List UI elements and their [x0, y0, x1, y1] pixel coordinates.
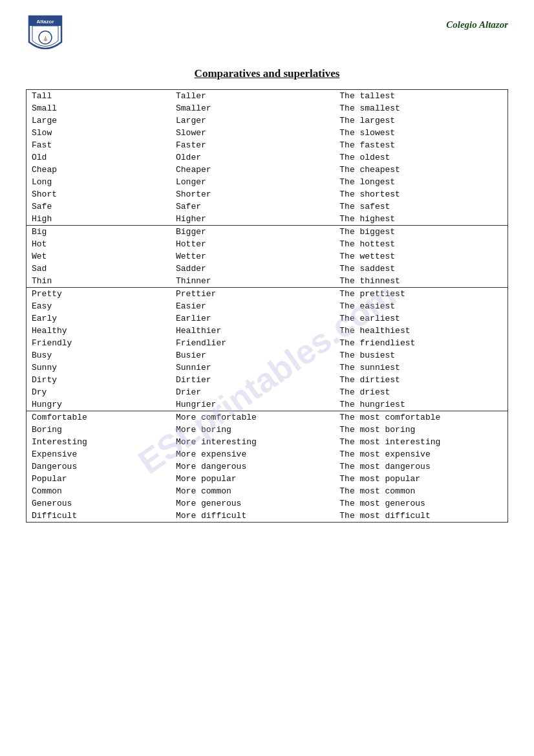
table-row: BusyBusierThe busiest	[27, 349, 508, 362]
superlative-cell: The most dangerous	[334, 460, 507, 473]
superlative-cell: The fastest	[334, 139, 507, 151]
table-row: DirtyDirtierThe dirtiest	[27, 374, 508, 386]
superlative-cell: The dirtiest	[334, 374, 507, 386]
superlative-cell: The most boring	[334, 424, 507, 436]
adjective-cell: Sad	[27, 263, 171, 275]
comparative-cell: Older	[171, 151, 334, 164]
superlative-cell: The slowest	[334, 127, 507, 139]
adjective-cell: Expensive	[27, 448, 171, 460]
adjective-cell: Large	[27, 114, 171, 127]
adjective-cell: Long	[27, 176, 171, 188]
adjective-cell: Cheap	[27, 164, 171, 176]
table-row: OldOlderThe oldest	[27, 151, 508, 164]
superlative-cell: The saddest	[334, 263, 507, 275]
adjective-cell: Sunny	[27, 362, 171, 374]
page: Altazor ⛪ Colegio Altazor Comparatives a…	[0, 0, 534, 756]
table-row: HungryHungrierThe hungriest	[27, 398, 508, 411]
table-row: EasyEasierThe easiest	[27, 300, 508, 312]
superlative-cell: The highest	[334, 213, 507, 226]
adjective-cell: Hungry	[27, 398, 171, 411]
adjective-cell: Popular	[27, 473, 171, 485]
table-row: DangerousMore dangerousThe most dangerou…	[27, 460, 508, 473]
comparative-cell: More boring	[171, 424, 334, 436]
comparative-cell: Taller	[171, 90, 334, 103]
adjective-cell: Wet	[27, 250, 171, 263]
superlative-cell: The wettest	[334, 250, 507, 263]
superlative-cell: The healthiest	[334, 325, 507, 337]
superlative-cell: The prettiest	[334, 288, 507, 301]
table-row: FastFasterThe fastest	[27, 139, 508, 151]
comparative-cell: More common	[171, 485, 334, 497]
adjective-cell: Boring	[27, 424, 171, 436]
comparative-cell: Healthier	[171, 325, 334, 337]
adjective-cell: Thin	[27, 275, 171, 288]
comparative-cell: Earlier	[171, 312, 334, 325]
adjective-cell: Healthy	[27, 325, 171, 337]
superlative-cell: The most common	[334, 485, 507, 497]
superlative-cell: The oldest	[334, 151, 507, 164]
comparative-cell: Smaller	[171, 102, 334, 114]
comparative-cell: Larger	[171, 114, 334, 127]
comparative-cell: Drier	[171, 386, 334, 398]
table-row: SmallSmallerThe smallest	[27, 102, 508, 114]
superlative-cell: The smallest	[334, 102, 507, 114]
comparative-cell: Thinner	[171, 275, 334, 288]
superlative-cell: The driest	[334, 386, 507, 398]
adjective-cell: Easy	[27, 300, 171, 312]
comparative-cell: Prettier	[171, 288, 334, 301]
adjective-cell: Tall	[27, 90, 171, 103]
adjective-cell: Dangerous	[27, 460, 171, 473]
comparative-cell: Hotter	[171, 238, 334, 250]
adjective-cell: Safe	[27, 200, 171, 213]
comparatives-table: TallTallerThe tallest SmallSmallerThe sm…	[26, 89, 508, 523]
superlative-cell: The earliest	[334, 312, 507, 325]
table-row: PopularMore popularThe most popular	[27, 473, 508, 485]
table-row: LargeLargerThe largest	[27, 114, 508, 127]
svg-text:Altazor: Altazor	[36, 19, 54, 25]
table-row: InterestingMore interestingThe most inte…	[27, 436, 508, 448]
comparative-cell: Sunnier	[171, 362, 334, 374]
superlative-cell: The most generous	[334, 497, 507, 510]
comparative-cell: Easier	[171, 300, 334, 312]
comparative-cell: More difficult	[171, 510, 334, 523]
table-row: ComfortableMore comfortableThe most comf…	[27, 411, 508, 424]
adjective-cell: Dry	[27, 386, 171, 398]
table-row: ThinThinnerThe thinnest	[27, 275, 508, 288]
page-title: Comparatives and superlatives	[195, 67, 340, 80]
adjective-cell: Hot	[27, 238, 171, 250]
superlative-cell: The most expensive	[334, 448, 507, 460]
comparative-cell: Safer	[171, 200, 334, 213]
comparative-cell: More popular	[171, 473, 334, 485]
comparative-cell: More comfortable	[171, 411, 334, 424]
comparative-cell: Higher	[171, 213, 334, 226]
comparative-cell: Longer	[171, 176, 334, 188]
adjective-cell: Common	[27, 485, 171, 497]
logo: Altazor ⛪	[26, 13, 65, 61]
superlative-cell: The hungriest	[334, 398, 507, 411]
adjective-cell: Busy	[27, 349, 171, 362]
superlative-cell: The largest	[334, 114, 507, 127]
table-row: TallTallerThe tallest	[27, 90, 508, 103]
table-row: SunnySunnierThe sunniest	[27, 362, 508, 374]
superlative-cell: The most popular	[334, 473, 507, 485]
comparative-cell: Dirtier	[171, 374, 334, 386]
comparative-cell: Faster	[171, 139, 334, 151]
comparative-cell: More dangerous	[171, 460, 334, 473]
adjective-cell: Big	[27, 226, 171, 239]
comparative-cell: Busier	[171, 349, 334, 362]
comparative-cell: Cheaper	[171, 164, 334, 176]
table-row: ShortShorterThe shortest	[27, 188, 508, 200]
adjective-cell: Short	[27, 188, 171, 200]
comparative-cell: Wetter	[171, 250, 334, 263]
superlative-cell: The hottest	[334, 238, 507, 250]
table-row: EarlyEarlierThe earliest	[27, 312, 508, 325]
comparative-cell: Bigger	[171, 226, 334, 239]
comparative-cell: More expensive	[171, 448, 334, 460]
superlative-cell: The longest	[334, 176, 507, 188]
comparative-cell: Slower	[171, 127, 334, 139]
table-row: BoringMore boringThe most boring	[27, 424, 508, 436]
adjective-cell: Friendly	[27, 337, 171, 349]
adjective-cell: Slow	[27, 127, 171, 139]
superlative-cell: The most difficult	[334, 510, 507, 523]
comparative-cell: Sadder	[171, 263, 334, 275]
